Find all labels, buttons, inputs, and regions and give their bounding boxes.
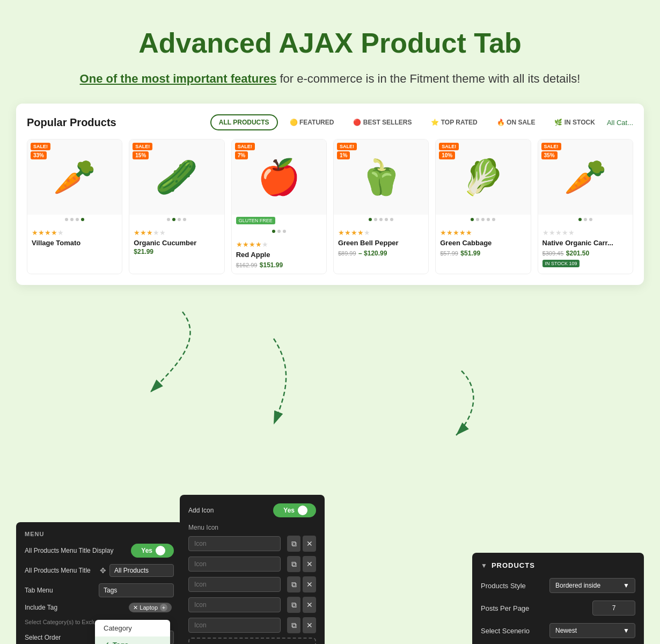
select-scenario-row: Select Scenerio Newest ▼ (481, 623, 635, 638)
dots-4 (334, 215, 428, 224)
products-style-dropdown[interactable]: Bordered inside ▼ (549, 578, 635, 593)
sale-badge-2: SALE! (133, 143, 152, 150)
dot (65, 218, 68, 221)
tab-best-sellers[interactable]: 🔴 BEST SELLERS (346, 115, 419, 129)
icon-row-2: ⧉ ✕ (188, 556, 316, 572)
product-card-1[interactable]: SALE! 33% 🥕 ★★★★★ Village Tomato (27, 139, 122, 274)
product-card-2[interactable]: SALE! 15% 🥒 ★★★★★ Organic Cucumber $21.9… (129, 139, 224, 274)
icon-delete-btn-4[interactable]: ✕ (303, 597, 316, 613)
dropdown-item-tags[interactable]: ✓ Tags (95, 636, 170, 644)
icon-copy-btn-3[interactable]: ⧉ (287, 576, 300, 592)
dot-active (172, 218, 175, 221)
select-scenario-value: Newest (555, 627, 577, 634)
product-card-6[interactable]: SALE! 35% 🥕 ★★★★★ Native Organic Carr...… (538, 139, 633, 274)
dot (589, 218, 592, 221)
all-products-display-toggle[interactable]: Yes (131, 544, 174, 558)
dot (481, 218, 485, 221)
discount-badge-1: 33% (31, 151, 47, 159)
header-section: Advanced AJAX Product Tab One of the mos… (0, 0, 660, 104)
dot (70, 218, 74, 221)
tab-menu-select[interactable]: Category Tags Fast Filters Attributes Cu… (99, 583, 174, 597)
collapse-arrow[interactable]: ▼ (481, 562, 487, 569)
product-img-5: SALE! 10% 🥬 (436, 140, 530, 215)
add-item-button[interactable]: + Add Item (188, 638, 316, 644)
product-stars-3: ★★★★★ (236, 240, 322, 248)
product-price-old-6: $309.45 (542, 250, 564, 257)
product-stars-5: ★★★★★ (440, 229, 526, 237)
icon-input-5[interactable] (188, 618, 281, 633)
posts-per-page-label: Posts Per Page (481, 604, 529, 612)
add-icon-toggle[interactable]: Yes (273, 503, 316, 517)
icon-copy-btn-5[interactable]: ⧉ (287, 617, 300, 633)
gluten-free-badge: GLUTEN FREE (236, 217, 275, 224)
icon-input-3[interactable] (188, 577, 281, 592)
product-price-old-3: $162.99 (236, 262, 258, 268)
tag-chip-laptop[interactable]: ✕ Laptop + (129, 603, 172, 612)
icon-delete-btn-5[interactable]: ✕ (303, 617, 316, 633)
icon-delete-btn-2[interactable]: ✕ (303, 556, 316, 572)
products-panel-title: PRODUCTS (492, 561, 535, 569)
products-style-label: Products Style (481, 582, 526, 590)
icon-copy-btn-4[interactable]: ⧉ (287, 597, 300, 613)
tab-nav: ALL PRODUCTS 🟡 FEATURED 🔴 BEST SELLERS ⭐… (210, 114, 633, 130)
tab-on-sale[interactable]: 🔥 ON SALE (489, 115, 543, 129)
all-products-title-label: All Products Menu Title (25, 567, 100, 574)
product-info-4: ★★★★★ Green Bell Pepper $89.99 – $120.99 (334, 224, 428, 262)
icon-delete-btn-3[interactable]: ✕ (303, 576, 316, 592)
menu-icon-label: Menu Icon (188, 524, 316, 531)
icon-input-2[interactable] (188, 557, 281, 572)
icon-input-1[interactable] (188, 536, 281, 551)
discount-badge-6: 35% (541, 151, 558, 159)
icon-copy-btn-1[interactable]: ⧉ (287, 536, 300, 552)
products-style-row: Products Style Bordered inside ▼ (481, 578, 635, 593)
dot (385, 218, 388, 221)
tab-in-stock[interactable]: 🌿 IN STOCK (547, 115, 602, 129)
dot (283, 230, 286, 233)
product-name-2: Organic Cucumber (134, 239, 219, 247)
dropdown-item-category[interactable]: Category (95, 620, 170, 636)
icon-copy-btn-2[interactable]: ⧉ (287, 556, 300, 572)
all-products-title-input[interactable] (109, 564, 174, 577)
product-prices-6: $309.45 $201.50 (542, 248, 628, 258)
all-cat-link[interactable]: All Cat... (607, 119, 633, 127)
dots-1 (27, 215, 122, 224)
title-field: ✥ (100, 564, 174, 577)
dot (379, 218, 383, 221)
product-prices-4: $89.99 – $120.99 (338, 248, 424, 258)
product-img-2: SALE! 15% 🥒 (129, 140, 224, 215)
select-order-label: Select Order (25, 634, 99, 641)
select-scenario-dropdown[interactable]: Newest ▼ (549, 623, 635, 638)
all-products-display-label: All Products Menu Title Display (25, 547, 131, 554)
chevron-down-icon-2: ▼ (623, 627, 629, 634)
product-info-5: ★★★★★ Green Cabbage $57.99 $51.99 (436, 224, 530, 262)
products-panel: ▼ PRODUCTS Products Style Bordered insid… (472, 553, 644, 644)
product-prices-5: $57.99 $51.99 (440, 248, 526, 258)
check-mark: ✓ (104, 641, 109, 644)
product-name-6: Native Organic Carr... (542, 239, 628, 247)
dot-active (471, 218, 474, 221)
all-products-display-row: All Products Menu Title Display Yes (25, 544, 174, 558)
sale-badge-4: SALE! (337, 143, 357, 150)
product-card-4[interactable]: SALE! 1% 🫑 ★★★★★ Green Bell Pepper $89.9… (333, 139, 429, 274)
icon-panel: Add Icon Yes Menu Icon ⧉ ✕ ⧉ ✕ (180, 495, 325, 644)
tab-all-products[interactable]: ALL PRODUCTS (210, 114, 278, 130)
dot (76, 218, 79, 221)
toggle-yes-label: Yes (141, 547, 152, 554)
icon-input-4[interactable] (188, 597, 281, 612)
page-title: Advanced AJAX Product Tab (11, 27, 649, 59)
product-card-3[interactable]: SALE! 7% 🍎 GLUTEN FREE ★★★★★ Red Apple (231, 139, 327, 274)
posts-per-page-input[interactable] (592, 601, 635, 616)
tab-menu-label: Tab Menu (25, 587, 99, 594)
tab-top-rated[interactable]: ⭐ TOP RATED (423, 115, 485, 129)
tab-featured[interactable]: 🟡 FEATURED (282, 115, 342, 129)
product-img-6: SALE! 35% 🥕 (538, 140, 633, 215)
icon-row-1: ⧉ ✕ (188, 536, 316, 552)
product-info-2: ★★★★★ Organic Cucumber $21.99 (129, 224, 224, 260)
product-section-header: Popular Products ALL PRODUCTS 🟡 FEATURED… (27, 114, 633, 130)
posts-per-page-row: Posts Per Page (481, 601, 635, 616)
icon-delete-btn-1[interactable]: ✕ (303, 536, 316, 552)
toggle-circle (298, 506, 307, 515)
product-card-5[interactable]: SALE! 10% 🥬 ★★★★★ Green Cabbage $57.99 (435, 139, 531, 274)
discount-badge-4: 1% (337, 151, 350, 159)
add-icon-label: Add Icon (188, 507, 273, 514)
